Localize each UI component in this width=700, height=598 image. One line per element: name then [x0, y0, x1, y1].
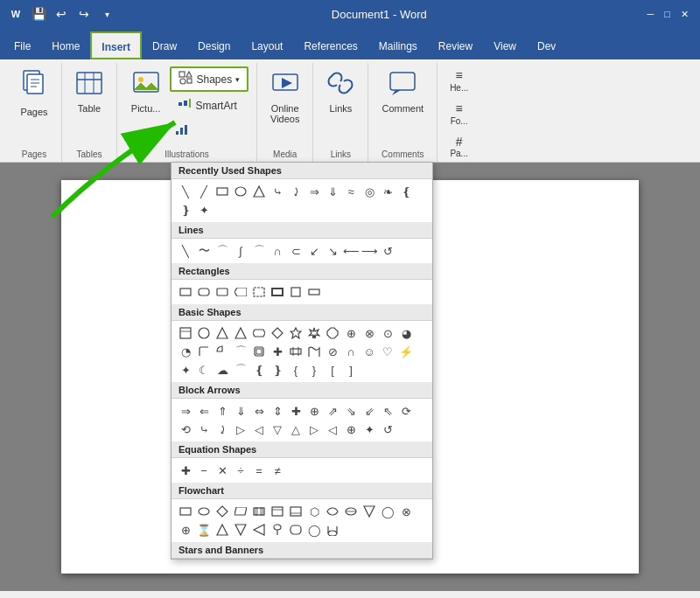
shape-item[interactable]: ◁: [250, 421, 268, 438]
tab-draw[interactable]: Draw: [142, 31, 187, 59]
shape-item[interactable]: ⇕: [269, 402, 286, 420]
shape-item[interactable]: ☺: [360, 343, 378, 360]
shape-item[interactable]: ✕: [214, 462, 231, 479]
shape-item[interactable]: [214, 503, 231, 520]
footer-button[interactable]: ≡ Fo...: [444, 98, 473, 129]
shape-item[interactable]: ⟵: [342, 242, 360, 260]
shape-item[interactable]: [195, 343, 213, 360]
shape-item[interactable]: ⇖: [379, 402, 396, 420]
shape-item[interactable]: 〜: [195, 242, 213, 260]
links-button[interactable]: Links: [320, 65, 360, 118]
comment-button[interactable]: Comment: [375, 65, 430, 118]
shape-item[interactable]: ∩: [342, 343, 360, 360]
shape-item[interactable]: ≈: [342, 183, 360, 200]
shape-item[interactable]: [269, 521, 286, 539]
table-button[interactable]: Table: [69, 65, 109, 118]
shape-item[interactable]: [269, 503, 286, 520]
shape-item[interactable]: {: [287, 361, 304, 379]
shape-item[interactable]: [232, 183, 249, 200]
shape-item[interactable]: ▽: [269, 421, 286, 438]
shape-item[interactable]: ⌒: [250, 242, 268, 260]
shape-item[interactable]: [287, 521, 304, 539]
shape-item[interactable]: ✦: [195, 201, 213, 219]
shape-item[interactable]: ⌒: [232, 361, 249, 379]
shape-item[interactable]: ⇓: [324, 183, 341, 200]
shape-item[interactable]: ⇓: [232, 402, 249, 420]
minimize-button[interactable]: ─: [643, 7, 659, 22]
shape-item[interactable]: ⊗: [360, 324, 378, 342]
shape-item[interactable]: ⟳: [397, 402, 415, 420]
shape-item[interactable]: [269, 324, 286, 342]
save-button[interactable]: 💾: [30, 5, 47, 23]
shape-item[interactable]: ☁: [214, 361, 231, 379]
shape-item[interactable]: [232, 521, 249, 539]
shape-item[interactable]: [305, 343, 323, 360]
shape-item[interactable]: ╲: [177, 183, 194, 200]
shape-item[interactable]: ⌛: [195, 521, 213, 539]
shape-item[interactable]: [214, 343, 231, 360]
shape-item[interactable]: ✦: [360, 421, 378, 438]
shape-item[interactable]: [287, 324, 304, 342]
shape-item[interactable]: ∫: [232, 242, 249, 260]
shape-item[interactable]: ⊕: [177, 521, 194, 539]
shape-item[interactable]: ⊕: [342, 324, 360, 342]
maximize-button[interactable]: □: [660, 7, 675, 22]
tab-review[interactable]: Review: [428, 31, 483, 59]
shape-item[interactable]: ╲: [177, 242, 194, 260]
tab-home[interactable]: Home: [41, 31, 90, 59]
shape-item[interactable]: ⚡: [397, 343, 415, 360]
shape-item[interactable]: ⇒: [177, 402, 194, 420]
shape-item[interactable]: ❵: [177, 201, 194, 219]
shape-item[interactable]: [250, 183, 268, 200]
shape-item[interactable]: ⇙: [360, 402, 378, 420]
shape-item[interactable]: ⊙: [379, 324, 396, 342]
customize-quick-access-button[interactable]: ▾: [98, 5, 116, 23]
shape-item[interactable]: ⤷: [195, 421, 213, 438]
shape-item[interactable]: ↺: [379, 421, 396, 438]
shape-item[interactable]: [177, 283, 194, 301]
shape-item[interactable]: [287, 343, 304, 360]
shape-item[interactable]: ⤸: [287, 183, 304, 200]
shape-item[interactable]: ≠: [269, 462, 286, 479]
redo-button[interactable]: ↪: [75, 5, 93, 23]
shape-item[interactable]: ∩: [269, 242, 286, 260]
shape-item[interactable]: [250, 503, 268, 520]
shape-item[interactable]: ◔: [177, 343, 194, 360]
shape-item[interactable]: ⤸: [214, 421, 231, 438]
shape-item[interactable]: ]: [342, 361, 360, 379]
tab-references[interactable]: References: [293, 31, 368, 59]
shape-item[interactable]: [232, 283, 249, 301]
shape-item[interactable]: ◕: [397, 324, 415, 342]
shape-item[interactable]: }: [305, 361, 323, 379]
tab-insert[interactable]: Insert: [90, 31, 142, 59]
shape-item[interactable]: [324, 324, 341, 342]
shape-item[interactable]: [232, 503, 249, 520]
shape-item[interactable]: [287, 283, 304, 301]
undo-button[interactable]: ↩: [52, 5, 70, 23]
shape-item[interactable]: ⇘: [342, 402, 360, 420]
shape-item[interactable]: ⊕: [342, 421, 360, 438]
shape-item[interactable]: [: [324, 361, 341, 379]
shape-item[interactable]: ↙: [305, 242, 323, 260]
pictures-button[interactable]: Pictu...: [125, 65, 167, 118]
shape-item[interactable]: ⇒: [305, 183, 323, 200]
tab-design[interactable]: Design: [187, 31, 241, 59]
shape-item[interactable]: ⊗: [397, 503, 415, 520]
shape-item[interactable]: ⇐: [195, 402, 213, 420]
online-videos-button[interactable]: OnlineVideos: [264, 65, 305, 129]
shape-item[interactable]: ↺: [379, 242, 396, 260]
shape-item[interactable]: [250, 324, 268, 342]
shape-item[interactable]: ╱: [195, 183, 213, 200]
shape-item[interactable]: [250, 343, 268, 360]
shape-item[interactable]: ◯: [379, 503, 396, 520]
close-button[interactable]: ✕: [676, 7, 693, 22]
shape-item[interactable]: [250, 521, 268, 539]
shape-item[interactable]: ⌒: [214, 242, 231, 260]
shape-item[interactable]: ✦: [177, 361, 194, 379]
page-number-button[interactable]: # Pa...: [444, 131, 473, 163]
shape-item[interactable]: [232, 324, 249, 342]
shape-item[interactable]: =: [250, 462, 268, 479]
tab-view[interactable]: View: [483, 31, 527, 59]
tab-mailings[interactable]: Mailings: [368, 31, 428, 59]
shape-item[interactable]: [214, 183, 231, 200]
